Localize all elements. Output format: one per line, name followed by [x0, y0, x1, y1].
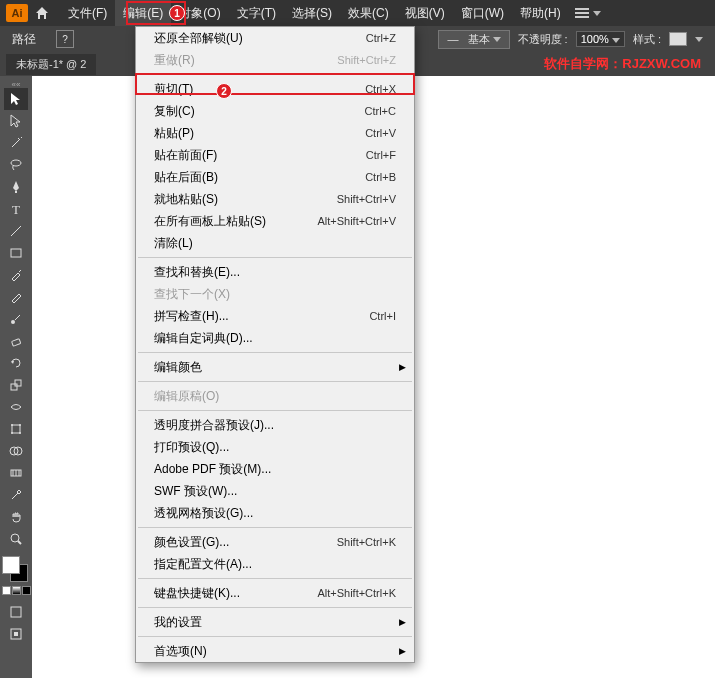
scale-tool[interactable]	[4, 374, 28, 396]
menu-item-a[interactable]: 指定配置文件(A)...	[136, 553, 414, 575]
menu-item-b[interactable]: 贴在后面(B)Ctrl+B	[136, 166, 414, 188]
hand-tool[interactable]	[4, 506, 28, 528]
menu-type[interactable]: 文字(T)	[229, 0, 284, 26]
menu-item-p[interactable]: 粘贴(P)Ctrl+V	[136, 122, 414, 144]
svg-point-15	[19, 432, 21, 434]
menu-item-q[interactable]: 打印预设(Q)...	[136, 436, 414, 458]
menu-item-r: 重做(R)Shift+Ctrl+Z	[136, 49, 414, 71]
color-mode-row[interactable]	[2, 586, 31, 595]
home-icon[interactable]	[34, 5, 50, 21]
menu-select[interactable]: 选择(S)	[284, 0, 340, 26]
menu-item-h[interactable]: 拼写检查(H)...Ctrl+I	[136, 305, 414, 327]
menu-item-s[interactable]: 在所有画板上粘贴(S)Alt+Shift+Ctrl+V	[136, 210, 414, 232]
menu-window[interactable]: 窗口(W)	[453, 0, 512, 26]
menu-item-label: 还原全部解锁(U)	[154, 30, 366, 47]
screen-mode-tool[interactable]	[4, 601, 28, 623]
gradient-tool[interactable]	[4, 462, 28, 484]
menu-item-label: 拼写检查(H)...	[154, 308, 369, 325]
svg-rect-26	[14, 632, 18, 636]
submenu-arrow-icon: ▶	[399, 362, 406, 372]
menu-item-label: 编辑颜色	[154, 359, 396, 376]
menu-item-d[interactable]: 编辑自定词典(D)...	[136, 327, 414, 349]
opacity-input[interactable]: 100%	[576, 31, 625, 47]
submenu-arrow-icon: ▶	[399, 617, 406, 627]
menu-item-j[interactable]: 透明度拼合器预设(J)...	[136, 414, 414, 436]
fill-stroke-swatch[interactable]	[2, 556, 30, 584]
svg-point-12	[11, 424, 13, 426]
menu-item-label: 粘贴(P)	[154, 125, 365, 142]
help-icon[interactable]: ?	[56, 30, 74, 48]
menu-item-s[interactable]: 就地粘贴(S)Shift+Ctrl+V	[136, 188, 414, 210]
paintbrush-tool[interactable]	[4, 264, 28, 286]
menu-item-label: 在所有画板上粘贴(S)	[154, 213, 317, 230]
direct-selection-tool[interactable]	[4, 110, 28, 132]
menu-item-shortcut: Ctrl+Z	[366, 32, 396, 44]
app-logo: Ai	[6, 4, 28, 22]
menu-item-l[interactable]: 清除(L)	[136, 232, 414, 254]
menu-file[interactable]: 文件(F)	[60, 0, 115, 26]
type-tool[interactable]: T	[4, 198, 28, 220]
width-tool[interactable]	[4, 396, 28, 418]
menu-item-t[interactable]: 剪切(T)Ctrl+X	[136, 78, 414, 100]
document-tab[interactable]: 未标题-1* @ 2	[6, 54, 96, 75]
menu-item-g[interactable]: 颜色设置(G)...Shift+Ctrl+K	[136, 531, 414, 553]
svg-text:T: T	[12, 202, 20, 216]
menu-item-label: 查找和替换(E)...	[154, 264, 396, 281]
menu-item-label: 查找下一个(X)	[154, 286, 396, 303]
menu-item-e[interactable]: 查找和替换(E)...	[136, 261, 414, 283]
pen-tool[interactable]	[4, 176, 28, 198]
menu-item-swfw[interactable]: SWF 预设(W)...	[136, 480, 414, 502]
pencil-tool[interactable]	[4, 286, 28, 308]
menu-separator	[138, 636, 412, 637]
menu-help[interactable]: 帮助(H)	[512, 0, 569, 26]
menu-item-u[interactable]: 还原全部解锁(U)Ctrl+Z	[136, 27, 414, 49]
menu-item-label: 剪切(T)	[154, 81, 365, 98]
menu-item-shortcut: Ctrl+X	[365, 83, 396, 95]
svg-point-22	[11, 534, 19, 542]
menu-item-k[interactable]: 键盘快捷键(K)...Alt+Shift+Ctrl+K	[136, 582, 414, 604]
menu-effect[interactable]: 效果(C)	[340, 0, 397, 26]
menu-item-g[interactable]: 透视网格预设(G)...	[136, 502, 414, 524]
menu-edit[interactable]: 编辑(E)	[115, 0, 171, 26]
svg-rect-2	[575, 16, 589, 18]
menu-item-shortcut: Shift+Ctrl+V	[337, 193, 396, 205]
svg-rect-10	[15, 380, 21, 386]
style-swatch[interactable]	[669, 32, 687, 46]
zoom-tool[interactable]	[4, 528, 28, 550]
menu-item-f[interactable]: 贴在前面(F)Ctrl+F	[136, 144, 414, 166]
line-tool[interactable]	[4, 220, 28, 242]
menu-overflow-icon[interactable]	[575, 8, 601, 18]
panel-grip-icon[interactable]: ««	[0, 80, 32, 88]
menu-item-[interactable]: 编辑颜色▶	[136, 356, 414, 378]
menu-separator	[138, 257, 412, 258]
menu-item-shortcut: Ctrl+C	[365, 105, 396, 117]
blob-brush-tool[interactable]	[4, 308, 28, 330]
menu-view[interactable]: 视图(V)	[397, 0, 453, 26]
menu-item-label: 清除(L)	[154, 235, 396, 252]
stroke-profile-dropdown[interactable]: — 基本	[438, 30, 509, 49]
menu-item-label: 我的设置	[154, 614, 396, 631]
menu-item-adobepdfm[interactable]: Adobe PDF 预设(M)...	[136, 458, 414, 480]
menubar: Ai 文件(F) 编辑(E) 对象(O) 文字(T) 选择(S) 效果(C) 视…	[0, 0, 715, 26]
svg-rect-9	[11, 384, 17, 390]
menu-item-shortcut: Ctrl+V	[365, 127, 396, 139]
menu-item-c[interactable]: 复制(C)Ctrl+C	[136, 100, 414, 122]
draw-mode-tool[interactable]	[4, 623, 28, 645]
menu-item-[interactable]: 我的设置▶	[136, 611, 414, 633]
menu-item-shortcut: Ctrl+B	[365, 171, 396, 183]
free-transform-tool[interactable]	[4, 418, 28, 440]
magic-wand-tool[interactable]	[4, 132, 28, 154]
menu-item-label: 首选项(N)	[154, 643, 396, 660]
edit-menu-dropdown: 还原全部解锁(U)Ctrl+Z重做(R)Shift+Ctrl+Z剪切(T)Ctr…	[135, 26, 415, 663]
eyedropper-tool[interactable]	[4, 484, 28, 506]
rotate-tool[interactable]	[4, 352, 28, 374]
menu-item-label: 颜色设置(G)...	[154, 534, 337, 551]
shape-builder-tool[interactable]	[4, 440, 28, 462]
menu-item-n[interactable]: 首选项(N)▶	[136, 640, 414, 662]
toolbar-path-label: 路径	[12, 31, 36, 48]
rectangle-tool[interactable]	[4, 242, 28, 264]
tool-panel: «« T	[0, 76, 32, 678]
selection-tool[interactable]	[4, 88, 28, 110]
eraser-tool[interactable]	[4, 330, 28, 352]
lasso-tool[interactable]	[4, 154, 28, 176]
